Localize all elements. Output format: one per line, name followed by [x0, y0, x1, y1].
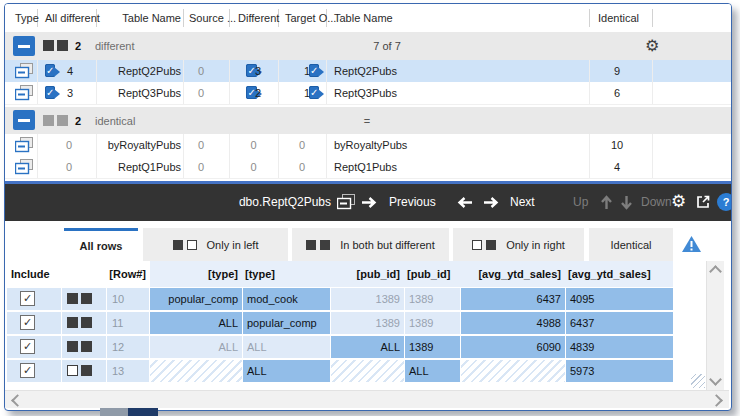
help-icon[interactable]: ?: [717, 193, 732, 211]
different-count: 0: [229, 134, 278, 156]
down-arrow-icon[interactable]: [621, 195, 632, 210]
summary-row-byroyaltypubs[interactable]: 0 byRoyaltyPubs 0 0 0 byRoyaltyPubs 10: [5, 134, 731, 157]
col-header-table-name-right[interactable]: Table Name: [334, 4, 393, 32]
cell-pubid-right[interactable]: 1389: [405, 312, 460, 334]
next-button[interactable]: Next: [510, 184, 535, 220]
col-header-all-different[interactable]: All different: [45, 4, 100, 32]
right-filled-square-icon: [486, 240, 496, 250]
include-checkbox[interactable]: ✓: [20, 315, 35, 330]
scroll-right-icon[interactable]: [710, 394, 723, 407]
scroll-left-icon[interactable]: [11, 394, 24, 407]
up-arrow-icon[interactable]: [601, 195, 612, 210]
all-different-checkbox[interactable]: ✓: [45, 64, 55, 77]
resize-grip[interactable]: [691, 374, 705, 388]
group-row-identical[interactable]: 2 identical =: [5, 107, 731, 134]
target-checkbox[interactable]: ✓: [309, 86, 319, 99]
summary-row-reptq3pubs[interactable]: ✓ 3 ReptQ3Pubs 0 ✓ 2 ✓ 1 ReptQ3Pubs 6: [5, 82, 731, 105]
tab-identical[interactable]: Identical: [589, 228, 673, 261]
cell-avg-left[interactable]: [461, 360, 565, 382]
all-different-checkbox[interactable]: ✓: [45, 86, 55, 99]
include-checkbox[interactable]: ✓: [20, 363, 35, 378]
summary-row-reptq2pubs[interactable]: ✓ 4 ReptQ2Pubs 0 ✓ 3 ✓ 1 ReptQ2Pubs 9: [5, 60, 731, 83]
grid-col-include[interactable]: Include: [11, 261, 50, 287]
grid-row-10[interactable]: ✓ 10 popular_comp mod_cook 1389 1389 643…: [5, 287, 731, 311]
grid-col-rownum[interactable]: [Row#]: [106, 261, 146, 287]
tab-all-rows[interactable]: All rows: [64, 228, 138, 261]
cell-avg-right[interactable]: 4839: [566, 336, 673, 358]
grid-row-13[interactable]: ✓ 13 ALL ALL 5973: [5, 359, 731, 383]
tab-only-in-right[interactable]: Only in right: [453, 228, 584, 261]
collapse-button[interactable]: [13, 110, 35, 130]
minus-icon: [18, 119, 30, 122]
cell-type-left[interactable]: popular_comp: [150, 288, 242, 310]
col-header-target[interactable]: Target O...: [285, 4, 336, 32]
grid-col-type-right[interactable]: [type]: [245, 261, 330, 287]
cell-pubid-right[interactable]: 1389: [405, 288, 460, 310]
up-button[interactable]: Up: [573, 184, 588, 220]
previous-arrow-icon[interactable]: [457, 197, 473, 208]
cell-pubid-left[interactable]: ALL: [331, 336, 404, 358]
cell-type-right[interactable]: ALL: [243, 360, 330, 382]
include-checkbox[interactable]: ✓: [20, 291, 35, 306]
col-header-type[interactable]: Type: [15, 4, 39, 32]
navigator-toolbar: dbo.ReptQ2Pubs Previous Next Up Down ⚙ ?: [5, 181, 731, 221]
cell-pubid-left[interactable]: [331, 360, 404, 382]
next-arrow-icon[interactable]: [483, 197, 499, 208]
cell-type-right[interactable]: mod_cook: [243, 288, 330, 310]
right-square-icon: [57, 40, 68, 51]
cell-pubid-left[interactable]: 1389: [331, 312, 404, 334]
gear-icon[interactable]: ⚙: [645, 38, 659, 54]
group-row-different[interactable]: 2 different 7 of 7 ⚙: [5, 32, 731, 60]
cell-type-right[interactable]: ALL: [243, 336, 330, 358]
left-filled-square-icon: [306, 240, 316, 250]
cell-pubid-left[interactable]: 1389: [331, 288, 404, 310]
tab-in-both-but-different[interactable]: In both but different: [292, 228, 449, 261]
cell-avg-right[interactable]: 5973: [566, 360, 673, 382]
cell-type-left[interactable]: ALL: [150, 336, 242, 358]
scroll-down-icon[interactable]: [709, 373, 722, 386]
grid-row-11[interactable]: ✓ 11 ALL popular_comp 1389 1389 4988 643…: [5, 311, 731, 335]
cell-avg-right[interactable]: 4095: [566, 288, 673, 310]
grid-row-12[interactable]: ✓ 12 ALL ALL ALL 1389 6090 4839: [5, 335, 731, 359]
left-presence-square-icon: [67, 365, 78, 376]
minus-icon: [18, 45, 30, 48]
cell-type-left[interactable]: [150, 360, 242, 382]
cell-avg-left[interactable]: 4988: [461, 312, 565, 334]
all-different-count: 0: [57, 156, 81, 178]
cell-avg-left[interactable]: 6437: [461, 288, 565, 310]
tab-only-in-left[interactable]: Only in left: [143, 228, 288, 261]
cell-avg-left[interactable]: 6090: [461, 336, 565, 358]
col-header-different[interactable]: Different: [238, 4, 279, 32]
scroll-up-icon[interactable]: [709, 265, 722, 278]
col-header-table-name-left[interactable]: Table Name: [96, 4, 181, 32]
grid-col-avg-right[interactable]: [avg_ytd_sales]: [568, 261, 672, 287]
group-count: 2: [75, 107, 81, 134]
row-number: 10: [112, 287, 124, 311]
previous-button[interactable]: Previous: [389, 184, 436, 220]
cell-type-right[interactable]: popular_comp: [243, 312, 330, 334]
warning-icon[interactable]: [681, 235, 702, 253]
cell-pubid-right[interactable]: ALL: [405, 360, 460, 382]
source-table-name: byRoyaltyPubs: [96, 134, 181, 156]
cell-type-left[interactable]: ALL: [150, 312, 242, 334]
grid-col-type-left[interactable]: [type]: [150, 261, 238, 287]
include-checkbox[interactable]: ✓: [20, 339, 35, 354]
cell-avg-right[interactable]: 6437: [566, 312, 673, 334]
horizontal-scrollbar[interactable]: [5, 390, 729, 408]
summary-row-reptq1pubs[interactable]: 0 ReptQ1Pubs 0 0 0 ReptQ1Pubs 4: [5, 156, 731, 179]
down-button[interactable]: Down: [641, 184, 672, 220]
grid-col-pubid-left[interactable]: [pub_id]: [331, 261, 400, 287]
row-number: 13: [112, 359, 124, 383]
export-icon[interactable]: [695, 194, 711, 210]
settings-gear-icon[interactable]: ⚙: [671, 193, 686, 210]
cell-pubid-right[interactable]: 1389: [405, 336, 460, 358]
table-type-icon: [15, 137, 34, 153]
target-checkbox[interactable]: ✓: [309, 64, 319, 77]
collapse-button[interactable]: [13, 36, 35, 56]
goto-arrow-icon[interactable]: [361, 197, 377, 208]
col-header-source[interactable]: Source ...: [189, 4, 236, 32]
grid-col-avg-left[interactable]: [avg_ytd_sales]: [461, 261, 561, 287]
left-presence-square-icon: [67, 341, 78, 352]
vertical-scrollbar[interactable]: [706, 261, 724, 390]
col-header-identical[interactable]: Identical: [598, 4, 639, 32]
